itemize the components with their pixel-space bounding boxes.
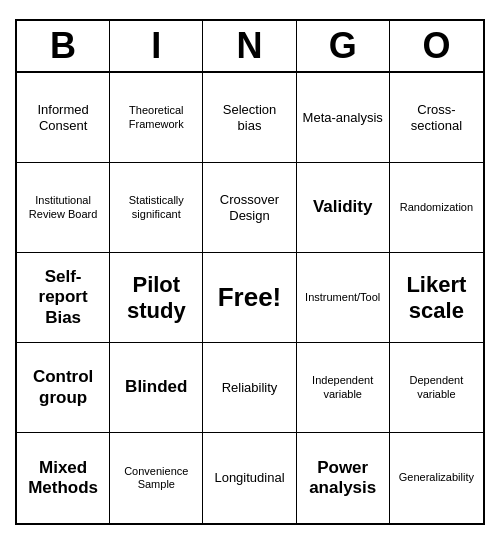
bingo-cell: Likert scale — [390, 253, 483, 343]
bingo-cell: Meta-analysis — [297, 73, 390, 163]
bingo-cell: Reliability — [203, 343, 296, 433]
bingo-cell: Generalizability — [390, 433, 483, 523]
header-letter: B — [17, 21, 110, 71]
bingo-cell: Randomization — [390, 163, 483, 253]
bingo-cell: Validity — [297, 163, 390, 253]
bingo-cell: Theoretical Framework — [110, 73, 203, 163]
bingo-cell: Informed Consent — [17, 73, 110, 163]
bingo-cell: Control group — [17, 343, 110, 433]
bingo-cell: Convenience Sample — [110, 433, 203, 523]
header-letter: G — [297, 21, 390, 71]
bingo-cell: Power analysis — [297, 433, 390, 523]
bingo-cell: Statistically significant — [110, 163, 203, 253]
header-letter: I — [110, 21, 203, 71]
bingo-card: BINGO Informed ConsentTheoretical Framew… — [15, 19, 485, 525]
header-letter: O — [390, 21, 483, 71]
header-letter: N — [203, 21, 296, 71]
bingo-cell: Dependent variable — [390, 343, 483, 433]
bingo-cell: Free! — [203, 253, 296, 343]
bingo-cell: Selection bias — [203, 73, 296, 163]
bingo-cell: Institutional Review Board — [17, 163, 110, 253]
bingo-cell: Self-report Bias — [17, 253, 110, 343]
bingo-cell: Blinded — [110, 343, 203, 433]
bingo-cell: Independent variable — [297, 343, 390, 433]
bingo-header: BINGO — [17, 21, 483, 73]
bingo-cell: Crossover Design — [203, 163, 296, 253]
bingo-grid: Informed ConsentTheoretical FrameworkSel… — [17, 73, 483, 523]
bingo-cell: Instrument/Tool — [297, 253, 390, 343]
bingo-cell: Pilot study — [110, 253, 203, 343]
bingo-cell: Mixed Methods — [17, 433, 110, 523]
bingo-cell: Cross-sectional — [390, 73, 483, 163]
bingo-cell: Longitudinal — [203, 433, 296, 523]
